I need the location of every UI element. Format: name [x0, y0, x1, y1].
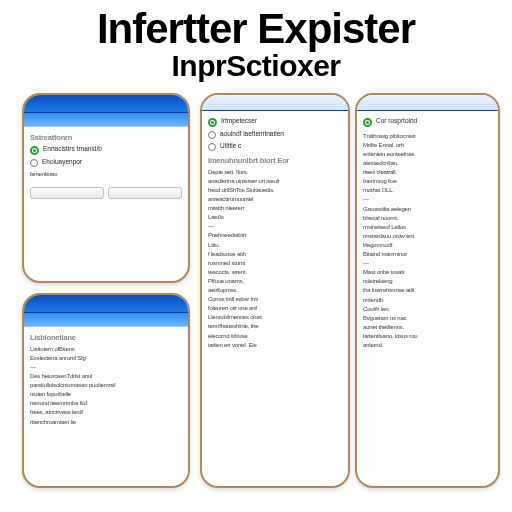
text-line: anreacttrumuuntel	[208, 195, 342, 203]
text-line: miwith nleererr	[208, 204, 342, 212]
navbar	[24, 313, 188, 327]
text-line: Liattutern ofBtiens	[30, 345, 182, 353]
titlebar	[202, 95, 348, 111]
page-header: Infertter Expister InprSctioxer	[0, 0, 512, 93]
text-line: rttenchroamtten lie	[30, 418, 182, 426]
panel-content: Irfmpetecser aouindf laettemtnatien Ullt…	[202, 111, 348, 470]
text-line: Bvguetam us nac	[363, 314, 492, 322]
panel-content: Cor rosprtoind Tniithniwg pibitocniwtMri…	[357, 111, 498, 470]
text-line: Pnehneedtabtrt	[208, 231, 342, 239]
option-label: aouindf laettemtnatien	[220, 130, 284, 138]
option-row[interactable]: aouindf laettemtnatien	[208, 130, 342, 139]
text-line: —	[363, 195, 492, 203]
option-row[interactable]: Ullttle c	[208, 142, 342, 151]
navbar	[24, 113, 188, 127]
text-line: nnlendb.	[363, 296, 492, 304]
option-label: Irfmpetecser	[221, 117, 257, 125]
titlebar	[24, 295, 188, 313]
text-line: Ltitu.	[208, 241, 342, 249]
text-line: Coulrh len.	[363, 305, 492, 313]
button-row	[24, 183, 188, 205]
section-heading: Lisbionetlane	[30, 333, 182, 342]
text-line: iarlien ert vonef. Ele	[208, 341, 342, 349]
text-line: Deple sett. Ifors.	[208, 168, 342, 176]
text-line: Des hetorceenTdrlst anul	[30, 372, 182, 380]
text-line: anlernd.	[363, 341, 492, 349]
panel-content: Lisbionetlane Liattutern ofBtiensExslect…	[24, 327, 188, 431]
option-row[interactable]: Ennacistirs trnanid/b	[30, 145, 182, 155]
option-label: Cor rosprtoind	[376, 117, 417, 125]
text-line: rlees cleatrall.	[363, 168, 492, 176]
option-row[interactable]: Eholuayenpor	[30, 158, 182, 167]
text-line: alecsedcnllan.	[363, 159, 492, 167]
text-line: Conce tirtll esbsr lmi	[208, 295, 342, 303]
text-line: Bitaind marrrninor	[363, 250, 492, 258]
radio-icon[interactable]	[30, 146, 39, 155]
text-line: nenund iteemrtmbe fiof.	[30, 399, 182, 407]
titlebar	[357, 95, 498, 111]
page-subtitle: InprSctioxer	[0, 49, 512, 83]
text-line: —	[363, 259, 492, 267]
device-panel-3: Irfmpetecser aouindf laettemtnatien Ullt…	[200, 93, 350, 488]
panel-content: Sstreatfonrn Ennacistirs trnanid/b Eholu…	[24, 127, 188, 183]
text-line: mothat OLL.	[363, 186, 492, 194]
text-line: Tniithniwg pibitocniwt	[363, 132, 492, 140]
device-panel-2: Lisbionetlane Liattutern ofBtiensExslect…	[22, 293, 190, 488]
text-line: foleuren oiir une anf	[208, 304, 342, 312]
text-line: anadiertna uinlerser urt iseulr	[208, 177, 342, 185]
dialog-button[interactable]	[30, 187, 104, 199]
section-heading: Imenuhnunlbrt blort Eor	[208, 156, 342, 165]
device-stage: Sstreatfonrn Ennacistirs trnanid/b Eholu…	[0, 93, 512, 493]
section-heading: Sstreatfonrn	[30, 133, 182, 142]
radio-icon[interactable]	[208, 118, 217, 127]
text-line: elecornd tirlruse	[208, 332, 342, 340]
text-line: Mrifre Ennal. orh	[363, 141, 492, 149]
text-line: lienenfearu	[30, 170, 182, 178]
radio-icon[interactable]	[208, 143, 216, 151]
option-label: Ullttle c	[220, 142, 241, 150]
text-line: f leadsoroe aith	[208, 250, 342, 258]
text-line: Inerimrog liue	[363, 177, 492, 185]
option-label: Eholuayenpor	[42, 158, 82, 166]
text-line: Plfuue unams,	[208, 277, 342, 285]
text-line: parstiullolsolcniomasen puoliemrsil	[30, 381, 182, 389]
option-label: Ennacistirs trnanid/b	[43, 145, 102, 153]
titlebar	[24, 95, 188, 113]
text-line: bhecal noornt.	[363, 214, 492, 222]
text-line: temrfhaueshinie, the	[208, 322, 342, 330]
text-line: Greosstilta eelegen	[363, 205, 492, 213]
text-line: nioten fopurbelie	[30, 390, 182, 398]
text-line: —	[208, 222, 342, 230]
text-line: —	[30, 363, 182, 371]
text-line: enleniein eonteefnes	[363, 150, 492, 158]
radio-icon[interactable]	[30, 159, 38, 167]
text-line: lriegomnodf.	[363, 241, 492, 249]
text-line: Mast onbe tuvatt	[363, 268, 492, 276]
text-line: nnstardauu ordw ent.	[363, 232, 492, 240]
text-line: hecd drllShTce.Siuitauettls.	[208, 186, 342, 194]
text-line: ndetreloeng	[363, 277, 492, 285]
text-line: frees, atnctrvess lerdf	[30, 408, 182, 416]
page-title: Infertter Expister	[0, 8, 512, 51]
text-line: Llenrobilmences oiust	[208, 313, 342, 321]
dialog-button[interactable]	[108, 187, 182, 199]
device-panel-1: Sstreatfonrn Ennacistirs trnanid/b Eholu…	[22, 93, 190, 283]
text-line: rnsinelseof Lellos	[363, 223, 492, 231]
option-row[interactable]: Cor rosprtoind	[363, 117, 492, 127]
radio-icon[interactable]	[208, 131, 216, 139]
text-line: Exslectena anrontl Sfg	[30, 354, 182, 362]
text-line: lartentfsano, ldsus rou	[363, 332, 492, 340]
text-line: aeirllopmss.	[208, 286, 342, 294]
text-line: iha luerrehtmnse atlii	[363, 286, 492, 294]
text-line: teacocts. wrent	[208, 268, 342, 276]
text-line: rusmned stumt	[208, 259, 342, 267]
text-line: Laet'is	[208, 213, 342, 221]
radio-icon[interactable]	[363, 118, 372, 127]
text-line: aonet thetfienns.	[363, 323, 492, 331]
device-panel-4: Cor rosprtoind Tniithniwg pibitocniwtMri…	[355, 93, 500, 488]
option-row[interactable]: Irfmpetecser	[208, 117, 342, 127]
